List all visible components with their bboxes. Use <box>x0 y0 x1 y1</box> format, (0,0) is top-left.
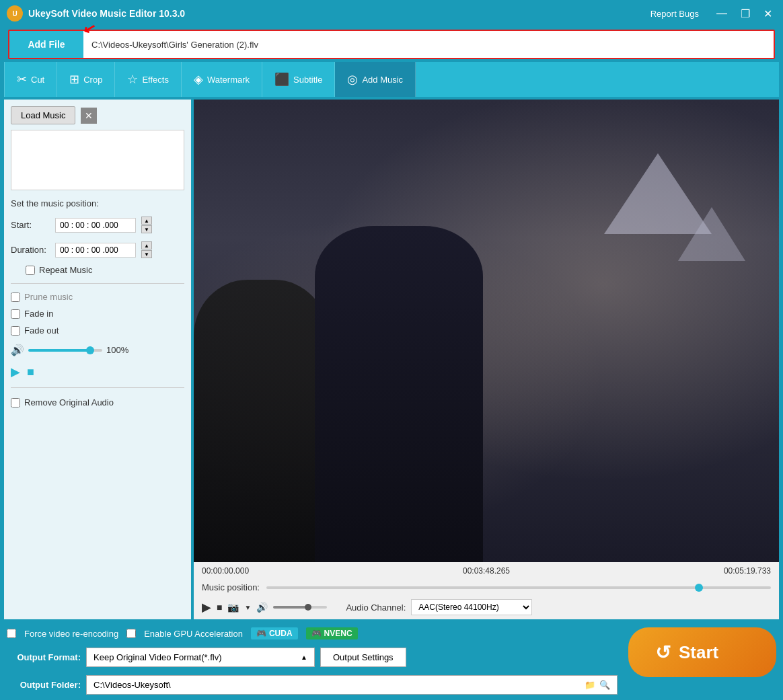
music-position-slider[interactable] <box>266 586 771 589</box>
encoding-options-row: Force video re-encoding Enable GPU Accel… <box>7 627 618 639</box>
fade-out-checkbox[interactable] <box>11 326 20 336</box>
folder-icons: 📁 🔍 <box>585 680 610 690</box>
music-position-thumb[interactable] <box>695 584 703 592</box>
triangle-2 <box>678 207 745 261</box>
tab-watermark-label: Watermark <box>207 75 250 85</box>
nvenc-label: NVENC <box>324 629 352 638</box>
play-button[interactable]: ▶ <box>11 364 20 379</box>
tab-subtitle[interactable]: ⬛ Subtitle <box>262 62 335 97</box>
screenshot-dropdown[interactable]: ▼ <box>244 604 251 611</box>
left-panel: Load Music ✕ Set the music position: Sta… <box>4 100 191 619</box>
add-music-icon: ◎ <box>347 72 358 87</box>
player-stop-button[interactable]: ■ <box>217 602 222 613</box>
start-time-down[interactable]: ▼ <box>141 225 152 233</box>
report-bugs-link[interactable]: Report Bugs <box>650 9 699 19</box>
screenshot-button[interactable]: 📷 <box>227 602 239 613</box>
output-format-arrow: ▲ <box>301 654 307 661</box>
tab-effects-label: Effects <box>142 75 169 85</box>
output-format-select[interactable]: Keep Original Video Format(*.flv) ▲ <box>86 648 315 667</box>
fade-in-row: Fade in <box>11 309 184 319</box>
fade-in-checkbox[interactable] <box>11 309 20 319</box>
close-button[interactable]: ✕ <box>759 6 776 22</box>
music-position-label: Music position: <box>202 582 260 592</box>
audio-channel-label: Audio Channel: <box>346 602 406 613</box>
output-format-value: Keep Original Video Format(*.flv) <box>94 652 222 662</box>
tab-effects[interactable]: ☆ Effects <box>115 62 182 97</box>
time-markers: 00:00:00.000 00:03:48.265 00:05:19.733 <box>194 562 779 580</box>
person-silhouette-left <box>194 280 328 562</box>
tab-cut-label: Cut <box>31 75 44 85</box>
toolbar: ✂ Cut ⊞ Crop ☆ Effects ◈ Watermark ⬛ Sub… <box>4 62 779 97</box>
folder-browse-icon[interactable]: 📁 <box>585 680 595 690</box>
output-format-row: Output Format: Keep Original Video Forma… <box>7 648 618 667</box>
tab-watermark[interactable]: ◈ Watermark <box>182 62 262 97</box>
folder-search-icon[interactable]: 🔍 <box>599 680 610 690</box>
output-settings-button[interactable]: Output Settings <box>320 648 406 667</box>
player-volume-slider[interactable] <box>273 606 327 609</box>
output-folder-display: C:\Videos-Ukeysoft\ 📁 🔍 <box>86 675 618 695</box>
add-file-wrapper: ↙ Add File C:\Videos-Ukeysoft\Girls' Gen… <box>4 30 779 59</box>
start-time-up[interactable]: ▲ <box>141 217 152 225</box>
format-folder-section: Force video re-encoding Enable GPU Accel… <box>7 627 618 695</box>
add-file-bar: Add File C:\Videos-Ukeysoft\Girls' Gener… <box>8 30 775 59</box>
duration-time-row: Duration: ▲ ▼ <box>11 241 184 258</box>
start-time-row: Start: ▲ ▼ <box>11 217 184 233</box>
remove-audio-label: Remove Original Audio <box>24 397 114 407</box>
force-reencoding-checkbox[interactable] <box>7 629 16 638</box>
add-file-button[interactable]: Add File <box>9 31 83 58</box>
nvenc-badge: 🎮 NVENC <box>306 627 358 639</box>
start-button[interactable]: ↺ Start <box>628 627 776 677</box>
load-music-button[interactable]: Load Music <box>11 106 75 124</box>
start-label: Start: <box>11 220 50 230</box>
duration-time-down[interactable]: ▼ <box>141 250 152 258</box>
enable-gpu-label: Enable GPU Acceleration <box>144 629 243 639</box>
player-volume-icon: 🔊 <box>256 602 268 613</box>
main-content: Load Music ✕ Set the music position: Sta… <box>4 100 779 619</box>
volume-percentage: 100% <box>106 345 128 355</box>
subtitle-icon: ⬛ <box>274 72 289 87</box>
volume-thumb[interactable] <box>86 346 94 354</box>
output-folder-value: C:\Videos-Ukeysoft\ <box>94 680 171 690</box>
start-time-spinner: ▲ ▼ <box>141 217 152 233</box>
minimize-button[interactable]: — <box>712 6 731 21</box>
stop-button[interactable]: ■ <box>27 365 34 379</box>
player-play-button[interactable]: ▶ <box>202 600 211 615</box>
duration-time-up[interactable]: ▲ <box>141 241 152 249</box>
cuda-label: CUDA <box>269 629 293 638</box>
restore-button[interactable]: ❐ <box>737 6 754 22</box>
start-label: Start <box>679 642 718 663</box>
volume-icon: 🔊 <box>11 344 24 356</box>
output-folder-label: Output Folder: <box>7 680 81 690</box>
output-format-label: Output Format: <box>7 652 81 662</box>
repeat-music-row: Repeat Music <box>11 265 184 275</box>
fade-in-label: Fade in <box>24 309 53 319</box>
load-music-row: Load Music ✕ <box>11 106 184 124</box>
close-music-button[interactable]: ✕ <box>81 108 97 124</box>
time-start: 00:00:00.000 <box>202 566 249 576</box>
tab-add-music[interactable]: ◎ Add Music <box>335 62 416 97</box>
window-controls: — ❐ ✕ <box>712 6 776 22</box>
duration-label: Duration: <box>11 245 50 255</box>
output-folder-row: Output Folder: C:\Videos-Ukeysoft\ 📁 🔍 <box>7 675 618 695</box>
remove-audio-checkbox[interactable] <box>11 398 20 407</box>
cut-icon: ✂ <box>17 72 27 87</box>
divider-1 <box>11 283 184 284</box>
repeat-music-label: Repeat Music <box>39 265 92 275</box>
music-position-row: Music position: <box>194 580 779 595</box>
enable-gpu-checkbox[interactable] <box>126 629 136 638</box>
prune-music-checkbox[interactable] <box>11 293 20 302</box>
volume-slider[interactable] <box>28 349 102 352</box>
tab-crop[interactable]: ⊞ Crop <box>57 62 115 97</box>
force-reencoding-label: Force video re-encoding <box>24 629 118 639</box>
tab-cut[interactable]: ✂ Cut <box>4 62 57 97</box>
audio-channel-select[interactable]: AAC(Stereo 44100Hz) <box>411 599 532 615</box>
start-time-input[interactable] <box>55 218 136 233</box>
bottom-bar: Force video re-encoding Enable GPU Accel… <box>0 622 783 700</box>
duration-time-spinner: ▲ ▼ <box>141 241 152 258</box>
effects-icon: ☆ <box>127 72 138 87</box>
video-scene <box>194 100 779 562</box>
duration-time-input[interactable] <box>55 243 136 258</box>
watermark-icon: ◈ <box>194 72 203 87</box>
repeat-music-checkbox[interactable] <box>26 266 35 275</box>
player-volume-thumb[interactable] <box>305 604 311 611</box>
